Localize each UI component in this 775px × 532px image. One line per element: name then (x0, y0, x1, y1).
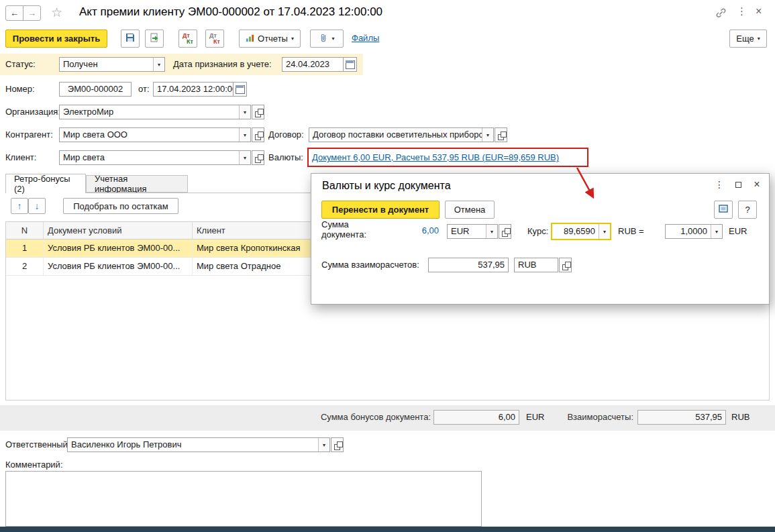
titlebar-menu-icon[interactable]: ⋮ (737, 5, 747, 17)
post-document-icon (149, 32, 160, 45)
bonus-total-field[interactable]: 6,00 (433, 410, 519, 425)
organization-combo[interactable]: ЭлектроМир ▾ (59, 105, 251, 119)
window-icon (718, 203, 729, 216)
get-link-icon[interactable] (715, 7, 727, 21)
attachments-button[interactable]: ▾ (310, 30, 344, 48)
responsible-open-button[interactable] (331, 437, 344, 452)
organization-value: ЭлектроМир (60, 105, 239, 119)
responsible-combo[interactable]: Василенко Игорь Петрович ▾ (67, 437, 330, 452)
arrow-down-icon: ↓ (35, 201, 40, 211)
contract-dropdown-icon[interactable]: ▾ (482, 128, 493, 142)
rate2-dropdown-icon[interactable]: ▾ (711, 225, 722, 238)
contract-value: Договор поставки осветительных приборс (309, 128, 482, 142)
dialog-maximize-icon[interactable] (731, 178, 745, 191)
back-button[interactable]: ← (5, 5, 23, 21)
dialog-window-button[interactable] (714, 201, 733, 219)
more-button[interactable]: Еще ▾ (729, 30, 767, 48)
cell-doc: Условия РБ клиентов ЭМ00-00... (44, 240, 193, 257)
status-combo[interactable]: Получен ▾ (59, 57, 165, 72)
doc-date-value: 17.04.2023 12:00:00 (154, 83, 233, 96)
recognition-date-value: 24.04.2023 (282, 58, 343, 71)
amount-currency-value: EUR (448, 225, 486, 238)
settlement-currency-open-button[interactable] (559, 258, 572, 272)
post-and-close-button[interactable]: Провести и закрыть (5, 30, 107, 48)
post-button[interactable] (145, 30, 164, 48)
tab-retro-bonuses[interactable]: Ретро-бонусы (2) (5, 174, 86, 193)
more-label: Еще (736, 34, 754, 44)
rate-label: Курс: (527, 224, 548, 239)
titlebar-close-icon[interactable]: × (756, 5, 762, 17)
settlement-total-currency: RUB (731, 410, 750, 425)
number-value: ЭМ00-000002 (60, 83, 131, 96)
reports-button[interactable]: Отчеты ▾ (239, 30, 301, 48)
save-button[interactable] (121, 30, 140, 48)
number-field[interactable]: ЭМ00-000002 (59, 82, 132, 97)
client-dropdown-icon[interactable]: ▾ (239, 151, 250, 164)
organization-dropdown-icon[interactable]: ▾ (239, 105, 250, 119)
status-dropdown-icon[interactable]: ▾ (153, 58, 164, 71)
contract-combo[interactable]: Договор поставки осветительных приборс ▾ (309, 127, 494, 142)
pick-by-balance-button[interactable]: Подобрать по остаткам (63, 198, 178, 214)
responsible-value: Василенко Игорь Петрович (68, 438, 318, 451)
cell-n: 2 (6, 258, 44, 275)
doc-date-field[interactable]: 17.04.2023 12:00:00 (153, 82, 247, 97)
counterparty-open-button[interactable] (252, 127, 264, 142)
client-open-button[interactable] (252, 150, 264, 165)
amount-currency-dropdown-icon[interactable]: ▾ (486, 225, 497, 238)
tab-accounting-info[interactable]: Учетная информация (86, 175, 188, 193)
settlement-total-field[interactable]: 537,95 (637, 410, 726, 425)
organization-open-button[interactable] (252, 105, 264, 119)
client-combo[interactable]: Мир света ▾ (59, 150, 251, 165)
organization-label: Организация: (5, 105, 60, 119)
favorite-star-icon[interactable]: ☆ (51, 5, 62, 20)
forward-button[interactable]: → (23, 5, 41, 21)
rate2-currency-label: EUR (729, 224, 747, 239)
responsible-dropdown-icon[interactable]: ▾ (318, 438, 329, 451)
reports-icon (246, 34, 254, 44)
rub-equals-label: RUB = (618, 224, 644, 239)
rate-value: 89,6590 (552, 224, 599, 239)
dialog-help-button[interactable]: ? (738, 201, 757, 219)
contract-open-button[interactable] (495, 127, 507, 142)
settlement-amount-field[interactable]: 537,95 (428, 258, 509, 272)
files-link[interactable]: Файлы (352, 33, 379, 43)
dialog-title: Валюты и курс документа (322, 180, 451, 192)
recognition-date-calendar-icon[interactable] (343, 58, 356, 71)
settlement-amount-label: Сумма взаиморасчетов: (321, 258, 419, 272)
arrow-up-icon: ↑ (17, 201, 22, 211)
dialog-cancel-button[interactable]: Отмена (445, 201, 495, 219)
currency-rate-dialog: Валюты и курс документа ⋮ × Перенести в … (311, 173, 770, 305)
reports-dropdown-icon: ▾ (291, 36, 294, 42)
counterparty-combo[interactable]: Мир света ООО ▾ (59, 127, 251, 142)
counterparty-dropdown-icon[interactable]: ▾ (239, 128, 250, 142)
comment-textarea[interactable] (5, 471, 482, 527)
column-header-doc[interactable]: Документ условий (44, 222, 193, 239)
help-icon: ? (745, 205, 750, 215)
attachments-dropdown-icon: ▾ (331, 36, 334, 42)
column-header-n[interactable]: N (6, 222, 44, 239)
back-icon: ← (10, 8, 19, 18)
counterparty-label: Контрагент: (5, 127, 53, 142)
recognition-date-field[interactable]: 24.04.2023 (282, 57, 357, 72)
rate2-field[interactable]: 1,0000 ▾ (665, 224, 723, 239)
rate-dropdown-icon[interactable]: ▾ (599, 224, 610, 239)
rate-field[interactable]: 89,6590 ▾ (551, 223, 611, 240)
doc-date-calendar-icon[interactable] (233, 83, 246, 96)
cell-doc: Условия РБ клиентов ЭМ00-00... (44, 258, 193, 275)
settlement-currency-field[interactable]: RUB (514, 258, 558, 272)
dialog-menu-icon[interactable]: ⋮ (713, 178, 726, 191)
move-down-button[interactable]: ↓ (28, 198, 46, 214)
document-window: ← → ☆ Акт премии клиенту ЭМ00-000002 от … (0, 0, 775, 532)
amount-currency-open-button[interactable] (499, 224, 511, 239)
dr-cr-button[interactable]: ДтКт (178, 30, 197, 48)
forward-icon: → (28, 8, 36, 18)
dialog-close-icon[interactable]: × (750, 178, 764, 191)
move-up-button[interactable]: ↑ (11, 198, 28, 214)
dt-kt-icon: ДтКт (183, 33, 193, 45)
amount-currency-combo[interactable]: EUR ▾ (447, 224, 498, 239)
dr-cr-alt-button[interactable]: ДтКт (205, 30, 224, 48)
status-value: Получен (60, 58, 153, 71)
amount-value[interactable]: 6,00 (392, 225, 439, 235)
currencies-link[interactable]: Документ 6,00 EUR, Расчеты 537,95 RUB (E… (312, 152, 559, 162)
transfer-to-document-button[interactable]: Перенести в документ (321, 201, 440, 219)
